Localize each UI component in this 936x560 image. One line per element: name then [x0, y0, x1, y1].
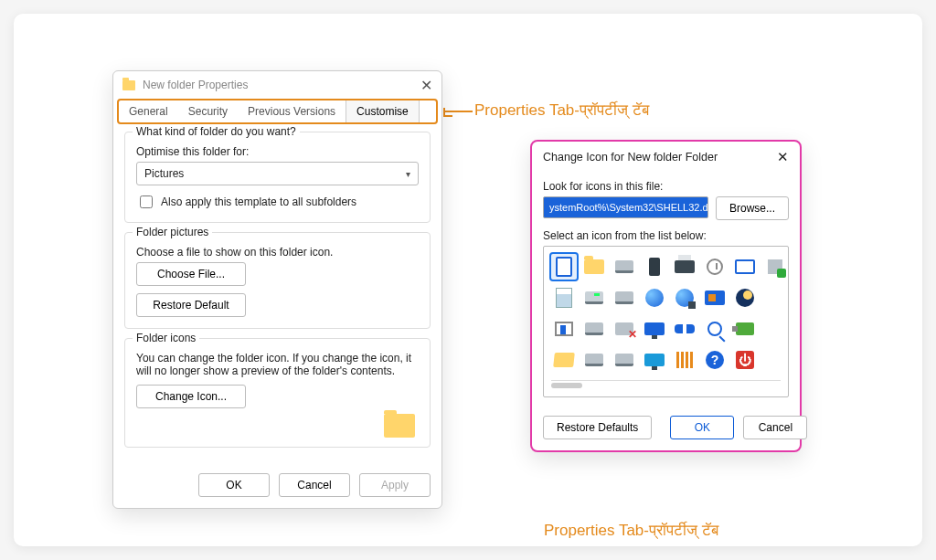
change-icon-button[interactable]: Change Icon... [136, 385, 246, 408]
choose-file-button[interactable]: Choose File... [136, 262, 246, 286]
browse-button[interactable]: Browse... [716, 196, 789, 220]
drive-icon[interactable] [581, 316, 607, 342]
also-apply-checkbox[interactable]: Also apply this template to all subfolde… [136, 193, 419, 211]
pc-tower-icon[interactable] [642, 254, 667, 280]
restore-defaults-button[interactable]: Restore Defaults [543, 416, 652, 439]
clock-icon[interactable] [702, 254, 728, 280]
display-settings-icon[interactable] [702, 285, 728, 311]
drive-icon[interactable] [612, 254, 637, 280]
drive-icon[interactable] [612, 285, 637, 311]
titlebar: New folder Properties ✕ [113, 71, 441, 99]
search-icon[interactable] [702, 316, 728, 342]
group-title: Folder icons [133, 332, 199, 344]
group-folder-icons: Folder icons You can change the folder i… [124, 338, 431, 448]
restore-default-button[interactable]: Restore Default [136, 293, 246, 317]
help-icon[interactable]: ? [702, 347, 728, 373]
blank-icon [762, 285, 788, 311]
properties-dialog: New folder Properties ✕ General Security… [112, 70, 442, 509]
optical-drive-icon[interactable] [581, 285, 607, 311]
window-title: New folder Properties [143, 79, 248, 91]
blank-icon [762, 316, 788, 342]
optimise-select[interactable]: Pictures ▾ [136, 162, 419, 185]
tab-general[interactable]: General [119, 100, 178, 122]
select-icon-label: Select an icon from the list below: [543, 229, 789, 242]
annotation-top: Properties Tab-प्रॉपर्टीज् टॅब [474, 101, 649, 120]
group-folder-pictures: Folder pictures Choose a file to show on… [124, 232, 431, 329]
ok-button[interactable]: OK [670, 416, 734, 439]
drive-icon[interactable] [581, 347, 607, 373]
select-value: Pictures [144, 167, 184, 180]
change-icon-dialog: Change Icon for New folder Folder ✕ Look… [530, 140, 802, 452]
checkbox-label: Also apply this template to all subfolde… [161, 195, 356, 208]
checkbox-input[interactable] [140, 195, 153, 208]
tab-strip: General Security Previous Versions Custo… [117, 99, 438, 124]
monitor-icon[interactable] [642, 347, 667, 373]
drive-icon[interactable] [612, 347, 637, 373]
share-icon[interactable] [762, 254, 788, 280]
folder-icon [122, 80, 135, 90]
close-icon[interactable]: ✕ [777, 149, 789, 165]
folder-icon[interactable] [581, 254, 607, 280]
folder-icons-desc: You can change the folder icon. If you c… [136, 352, 419, 377]
globe-icon[interactable] [642, 285, 667, 311]
annotation-bottom: Properties Tab-प्रॉपर्टीज् टॅब [544, 522, 718, 540]
ok-button[interactable]: OK [198, 473, 270, 497]
open-folder-icon[interactable] [551, 347, 577, 373]
tab-security[interactable]: Security [178, 100, 238, 122]
night-icon[interactable] [732, 285, 758, 311]
folder-pictures-desc: Choose a file to show on this folder ico… [136, 246, 419, 259]
network-pc-icon[interactable] [642, 316, 667, 342]
look-for-label: Look for icons in this file: [543, 180, 789, 193]
scrollbar[interactable] [551, 380, 781, 389]
cancel-button[interactable]: Cancel [743, 416, 807, 439]
group-folder-kind: What kind of folder do you want? Optimis… [124, 132, 431, 223]
power-icon[interactable]: ⏻ [732, 347, 758, 373]
icon-path-input[interactable]: ystemRoot%\System32\SHELL32.dll [543, 196, 708, 218]
document-icon[interactable] [551, 254, 577, 280]
tab-customise[interactable]: Customise [346, 100, 420, 122]
group-title: Folder pictures [133, 226, 212, 238]
text-file-icon[interactable] [551, 285, 577, 311]
dialog-buttons: OK Cancel Apply [113, 466, 441, 508]
chevron-down-icon: ▾ [406, 169, 410, 179]
network-link-icon[interactable] [672, 316, 697, 342]
cancel-button[interactable]: Cancel [279, 473, 350, 497]
printer-icon[interactable] [672, 254, 697, 280]
optimise-label: Optimise this folder for: [136, 145, 419, 158]
window-blue-icon[interactable] [551, 316, 577, 342]
drive-error-icon[interactable] [612, 316, 637, 342]
tab-previous-versions[interactable]: Previous Versions [238, 100, 346, 122]
network-globe-icon[interactable] [672, 285, 697, 311]
group-title: What kind of folder do you want? [133, 125, 300, 138]
usb-icon[interactable] [732, 316, 758, 342]
folder-preview-icon [384, 414, 415, 438]
icon-list: ?⏻ [543, 246, 789, 397]
dialog-header: Change Icon for New folder Folder ✕ [532, 142, 800, 173]
apply-button[interactable]: Apply [359, 473, 431, 497]
window-icon[interactable] [732, 254, 758, 280]
close-icon[interactable]: ✕ [420, 77, 432, 94]
grid-icon[interactable] [672, 347, 697, 373]
blank-icon [762, 347, 788, 373]
dialog-title: Change Icon for New folder Folder [543, 151, 718, 164]
